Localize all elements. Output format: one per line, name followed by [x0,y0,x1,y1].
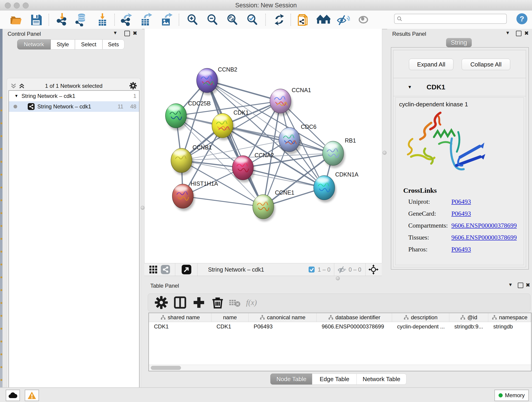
attribute-type-icon [460,315,466,320]
close-panel-icon[interactable]: ✖ [133,30,137,36]
birds-eye-view-icon[interactable] [182,265,191,274]
node-label-hist1h1a: HIST1H1A [191,180,218,187]
import-network-database-button[interactable] [73,12,89,28]
close-panel-icon[interactable]: ✖ [526,282,530,288]
table-row[interactable]: CDK1 CDK1 P06493 9606.ENSP00000378699 cy… [149,322,531,331]
zoom-selected-button[interactable] [244,12,260,28]
horizontal-scrollbar[interactable] [149,365,531,371]
vertical-splitter-handle[interactable] [383,151,386,155]
tab-sets[interactable]: Sets [102,39,124,50]
cell-name[interactable]: CDK1 [211,322,249,331]
cell-description[interactable]: cyclin-dependent ... [392,322,449,331]
collapse-all-button[interactable]: Collapse All [462,59,510,70]
export-network-button[interactable] [118,12,134,28]
uniprot-link[interactable]: P06493 [451,198,471,205]
selected-nodes-checkbox-icon[interactable] [308,266,315,273]
gene-card-header[interactable]: ▼ CDK1 [393,78,526,96]
string-home-button[interactable] [315,12,332,28]
collapse-card-icon[interactable]: ▼ [408,85,412,89]
column-header[interactable]: @id [449,313,488,322]
float-panel-icon[interactable]: ▼ [505,30,510,36]
refresh-view-button[interactable] [271,12,288,28]
float-panel-icon[interactable]: ▼ [113,30,118,36]
tree-expander-icon[interactable]: ▼ [14,94,18,98]
help-button[interactable]: ? [516,13,527,24]
network-row[interactable]: String Network – cdk1 11 48 [9,101,139,112]
tab-select[interactable]: Select [75,39,102,50]
close-panel-icon[interactable]: ✖ [524,30,529,36]
column-header[interactable]: name [211,313,249,322]
column-header[interactable]: database identifier [317,313,392,322]
table-toolbar: f(x) [148,294,530,312]
add-column-plus-icon[interactable] [192,296,206,309]
tab-network-table[interactable]: Network Table [356,374,406,385]
maximize-panel-icon[interactable] [518,283,523,288]
memory-button[interactable]: Memory [494,390,529,401]
zoom-in-button[interactable] [184,12,201,28]
cell-shared-name[interactable]: CDK1 [149,322,211,331]
hidden-eye-slash-icon[interactable] [337,266,346,273]
cell-namespace[interactable]: stringdb [488,322,531,331]
float-panel-icon[interactable]: ▼ [508,282,513,287]
cell-database-identifier[interactable]: 9606.ENSP00000378699 [317,322,392,331]
column-header[interactable]: shared name [149,313,211,322]
scrollbar-thumb[interactable] [151,366,181,370]
node-label-ccna1: CCNA1 [292,87,311,93]
gene-name: CDK1 [427,83,445,91]
export-cyweb-document-button[interactable] [296,12,312,28]
tab-network[interactable]: Network [17,39,51,50]
genecard-link[interactable]: P06493 [451,210,471,217]
tab-edge-table[interactable]: Edge Table [312,374,357,385]
network-share-icon[interactable] [161,265,170,274]
fit-content-crosshair-icon[interactable] [368,264,379,274]
maximize-panel-icon[interactable] [124,31,130,36]
minimize-window-button[interactable] [14,2,20,8]
zoom-out-button[interactable] [204,12,221,28]
pharos-link[interactable]: P06493 [451,246,471,253]
open-session-button[interactable] [8,12,24,28]
string-network-graph[interactable]: CCNB2CCNA1CDC25BCDK1CDC6RB1CCNB1CCNA2CDK… [145,29,382,263]
show-all-button[interactable] [355,12,372,28]
tab-style[interactable]: Style [51,39,75,50]
cell-id[interactable]: stringdb:9... [449,322,488,331]
cell-canonical-name[interactable]: P06493 [249,322,317,331]
column-header[interactable]: description [392,313,449,322]
apply-function-button[interactable]: f(x) [246,298,257,307]
warnings-button[interactable] [25,390,39,401]
horizontal-splitter-handle[interactable] [336,276,340,280]
tab-string[interactable]: String [446,38,472,47]
desktop-strip-dot [0,122,2,124]
desktop-strip-dot [0,135,2,137]
export-image-button[interactable] [158,12,175,28]
tab-node-table[interactable]: Node Table [270,374,312,385]
desktop-strip-dot [0,341,2,342]
table-options-gear-icon[interactable] [154,296,168,309]
desktop-strip-dot [0,328,2,330]
close-window-button[interactable] [5,2,11,8]
vertical-splitter-handle[interactable] [141,206,145,210]
network-view-canvas[interactable]: CCNB2CCNA1CDC25BCDK1CDC6RB1CCNB1CCNA2CDK… [144,29,382,263]
tissues-link[interactable]: 9606.ENSP00000378699 [451,234,517,241]
cloud-services-button[interactable] [6,390,20,401]
search-field[interactable] [394,14,507,24]
network-options-gear-icon[interactable] [129,82,137,89]
import-table-file-button[interactable] [94,12,111,28]
hide-selected-button[interactable] [335,12,351,28]
show-columns-icon[interactable] [173,296,187,309]
grid-view-icon[interactable] [149,265,158,274]
zoom-window-button[interactable] [23,2,29,8]
expand-all-button[interactable]: Expand All [409,59,453,70]
zoom-fit-button[interactable] [224,12,241,28]
column-header[interactable]: namespace [488,313,531,322]
maximize-panel-icon[interactable] [516,31,521,36]
delete-column-trash-icon[interactable] [211,296,225,309]
import-network-file-button[interactable] [54,12,70,28]
export-table-button[interactable] [138,12,154,28]
delete-table-icon[interactable] [229,296,241,309]
save-session-button[interactable] [28,12,44,28]
search-input[interactable] [404,15,506,22]
column-header[interactable]: canonical name [249,313,317,322]
compartments-link[interactable]: 9606.ENSP00000378699 [451,222,517,229]
network-collection-row[interactable]: ▼ String Network – cdk1 1 [9,91,139,101]
database-import-icon [75,13,88,26]
